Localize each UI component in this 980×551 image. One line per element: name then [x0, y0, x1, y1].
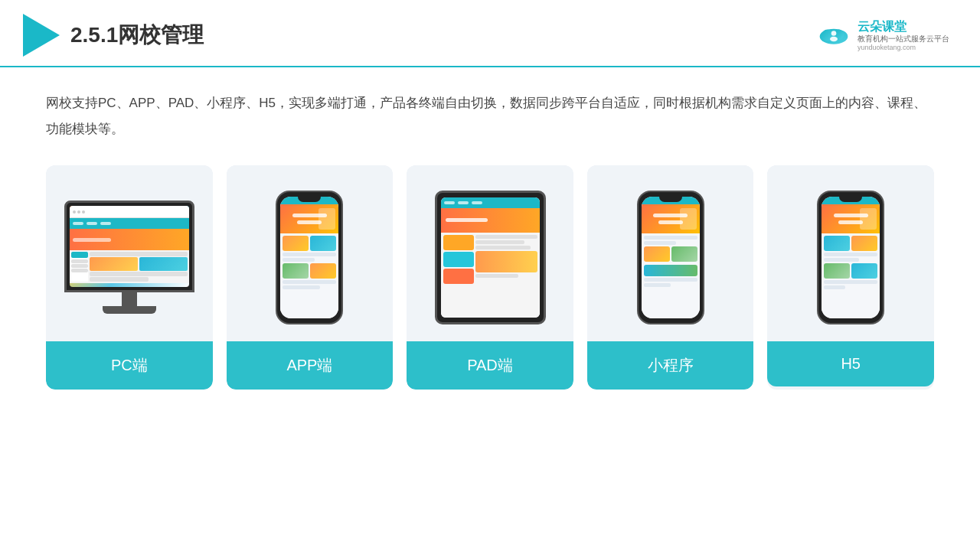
card-h5: H5: [767, 165, 934, 390]
card-miniprogram-label: 小程序: [587, 341, 754, 390]
card-miniprogram: 小程序: [587, 165, 754, 390]
cards-container: PC端: [0, 158, 980, 412]
card-app-label: APP端: [227, 341, 394, 390]
logo-triangle-icon: [23, 14, 60, 57]
brand-url: yunduoketang.com: [858, 44, 916, 51]
svg-point-4: [830, 37, 838, 42]
card-h5-image: [767, 165, 934, 341]
cloud-icon: [815, 22, 853, 48]
card-app: APP端: [227, 165, 394, 390]
card-app-image: [227, 165, 394, 341]
card-miniprogram-image: [587, 165, 754, 341]
pc-monitor-icon: [64, 201, 194, 314]
card-pad-label: PAD端: [407, 341, 573, 390]
phone-icon: [276, 191, 343, 324]
page-title: 2.5.1网校管理: [70, 21, 204, 50]
brand-logo: 云朵课堂 教育机构一站式服务云平台 yunduoketang.com: [815, 19, 949, 51]
svg-point-3: [831, 31, 837, 36]
tablet-icon: [435, 191, 546, 324]
phone-miniprogram-icon: [637, 191, 704, 324]
card-pc-label: PC端: [46, 341, 213, 390]
brand-tagline: 教育机构一站式服务云平台: [858, 34, 949, 44]
card-pad: PAD端: [407, 165, 573, 390]
brand-text: 云朵课堂 教育机构一站式服务云平台 yunduoketang.com: [858, 19, 949, 51]
description-text: 网校支持PC、APP、PAD、小程序、H5，实现多端打通，产品各终端自由切换，数…: [0, 67, 980, 158]
card-h5-label: H5: [767, 341, 934, 386]
description-content: 网校支持PC、APP、PAD、小程序、H5，实现多端打通，产品各终端自由切换，数…: [46, 96, 926, 136]
card-pc: PC端: [46, 165, 213, 390]
header-left: 2.5.1网校管理: [23, 14, 204, 57]
card-pad-image: [407, 165, 573, 341]
phone-h5-icon: [817, 191, 884, 324]
brand-name: 云朵课堂: [858, 19, 906, 34]
header: 2.5.1网校管理 云朵课堂 教育机构一站式服务云平台 yunduoketang…: [0, 0, 980, 67]
card-pc-image: [46, 165, 213, 341]
